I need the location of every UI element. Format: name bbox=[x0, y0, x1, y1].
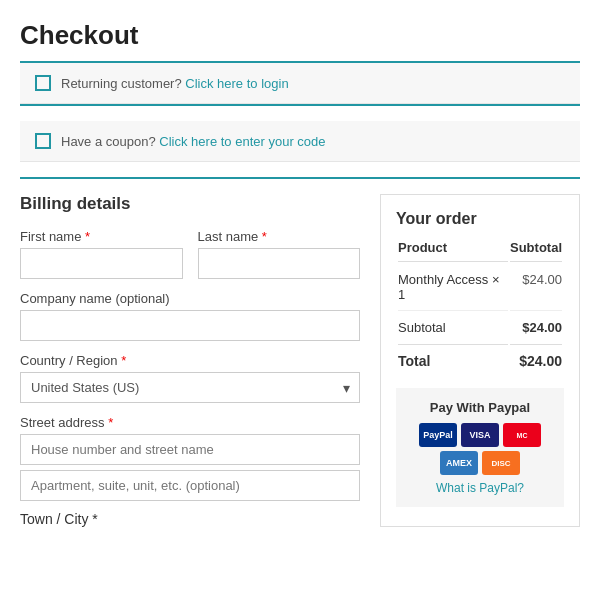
mastercard-icon: MC bbox=[503, 423, 541, 447]
order-panel: Your order Product Subtotal Monthly Acce… bbox=[380, 194, 580, 527]
street-label: Street address * bbox=[20, 415, 360, 430]
apt-input[interactable] bbox=[20, 470, 360, 501]
subtotal-col-header: Subtotal bbox=[510, 240, 562, 262]
town-group: Town / City * bbox=[20, 511, 360, 527]
page-title: Checkout bbox=[20, 20, 580, 51]
paypal-box: Pay With Paypal PayPal VISA MC AMEX DISC… bbox=[396, 388, 564, 507]
visa-card-icon: VISA bbox=[461, 423, 499, 447]
product-col-header: Product bbox=[398, 240, 508, 262]
company-label: Company name (optional) bbox=[20, 291, 360, 306]
order-table: Product Subtotal Monthly Access × 1$24.0… bbox=[396, 238, 564, 378]
coupon-bar: Have a coupon? Click here to enter your … bbox=[20, 121, 580, 162]
billing-section: Billing details First name * Last name * bbox=[20, 194, 360, 527]
country-select[interactable]: United States (US) bbox=[20, 372, 360, 403]
paypal-cards: PayPal VISA MC AMEX DISC bbox=[408, 423, 552, 475]
billing-title: Billing details bbox=[20, 194, 360, 214]
town-label: Town / City * bbox=[20, 511, 98, 527]
coupon-link[interactable]: Click here to enter your code bbox=[159, 134, 325, 149]
subtotal-value: $24.00 bbox=[510, 313, 562, 342]
discover-card-icon: DISC bbox=[482, 451, 520, 475]
total-value: $24.00 bbox=[510, 344, 562, 376]
last-name-label: Last name * bbox=[198, 229, 361, 244]
returning-customer-bar: Returning customer? Click here to login bbox=[20, 63, 580, 104]
item-name: Monthly Access × 1 bbox=[398, 264, 508, 311]
paypal-card-icon: PayPal bbox=[419, 423, 457, 447]
order-title: Your order bbox=[396, 210, 564, 228]
country-group: Country / Region * United States (US) bbox=[20, 353, 360, 403]
last-name-group: Last name * bbox=[198, 229, 361, 279]
subtotal-label: Subtotal bbox=[398, 313, 508, 342]
returning-icon bbox=[35, 75, 51, 91]
first-name-input[interactable] bbox=[20, 248, 183, 279]
total-row: Total $24.00 bbox=[398, 344, 562, 376]
order-item-row: Monthly Access × 1$24.00 bbox=[398, 264, 562, 311]
street-group: Street address * bbox=[20, 415, 360, 501]
total-label: Total bbox=[398, 344, 508, 376]
country-label: Country / Region * bbox=[20, 353, 360, 368]
item-price: $24.00 bbox=[510, 264, 562, 311]
amex-card-icon: AMEX bbox=[440, 451, 478, 475]
coupon-icon bbox=[35, 133, 51, 149]
returning-text: Returning customer? Click here to login bbox=[61, 76, 289, 91]
first-name-group: First name * bbox=[20, 229, 183, 279]
company-group: Company name (optional) bbox=[20, 291, 360, 341]
last-name-input[interactable] bbox=[198, 248, 361, 279]
paypal-title: Pay With Paypal bbox=[408, 400, 552, 415]
name-row: First name * Last name * bbox=[20, 229, 360, 279]
company-input[interactable] bbox=[20, 310, 360, 341]
paypal-what-link[interactable]: What is PayPal? bbox=[408, 481, 552, 495]
country-select-wrapper: United States (US) bbox=[20, 372, 360, 403]
subtotal-row: Subtotal $24.00 bbox=[398, 313, 562, 342]
first-name-label: First name * bbox=[20, 229, 183, 244]
login-link[interactable]: Click here to login bbox=[185, 76, 288, 91]
coupon-text: Have a coupon? Click here to enter your … bbox=[61, 134, 326, 149]
street-input[interactable] bbox=[20, 434, 360, 465]
